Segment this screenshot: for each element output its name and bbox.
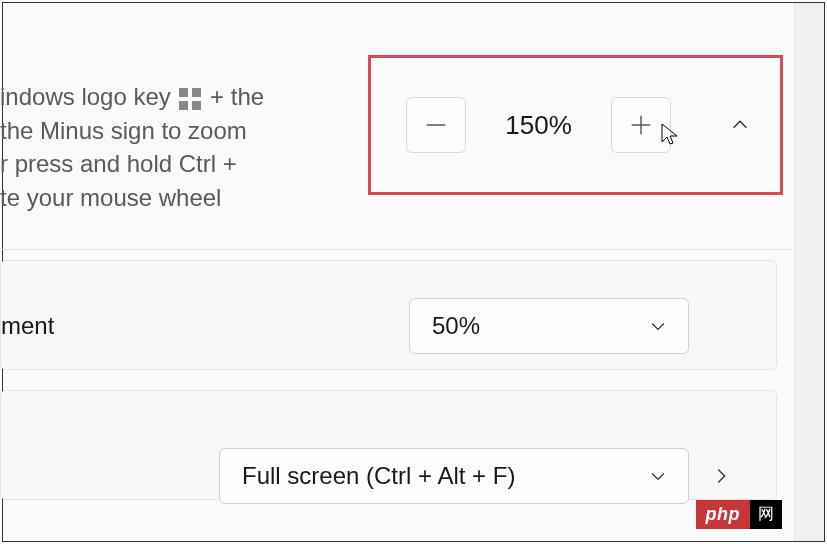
expand-button[interactable] <box>720 105 760 145</box>
zoom-controls-highlight: 150% <box>368 55 783 195</box>
increment-row: ment 50% <box>0 260 777 370</box>
chevron-up-icon <box>729 114 751 136</box>
windows-logo-icon <box>179 88 201 110</box>
fullscreen-row: Full screen (Ctrl + Alt + F) <box>0 390 777 500</box>
zoom-controls: 150% <box>406 97 671 153</box>
zoom-description: indows logo key + the the Minus sign to … <box>0 0 264 214</box>
fullscreen-dropdown[interactable]: Full screen (Ctrl + Alt + F) <box>219 448 689 504</box>
chevron-down-icon <box>648 466 668 486</box>
scrollbar[interactable] <box>794 3 824 541</box>
minus-icon <box>422 111 450 139</box>
increment-value: 50% <box>432 312 480 340</box>
watermark-suffix: 网 <box>750 500 782 529</box>
zoom-in-button[interactable] <box>611 97 671 153</box>
fullscreen-value: Full screen (Ctrl + Alt + F) <box>242 462 515 490</box>
desc-text-1: indows logo key <box>0 83 171 110</box>
zoom-level-row: indows logo key + the the Minus sign to … <box>0 0 792 250</box>
plus-icon <box>627 111 655 139</box>
desc-text-3: r press and hold Ctrl + <box>0 147 264 181</box>
increment-label: ment <box>1 312 54 340</box>
php-badge: php <box>696 500 751 529</box>
increment-dropdown[interactable]: 50% <box>409 298 689 354</box>
desc-text-1b: + the <box>210 83 264 110</box>
navigate-button[interactable] <box>701 456 741 496</box>
desc-text-2: the Minus sign to zoom <box>0 114 264 148</box>
desc-text-4: te your mouse wheel <box>0 181 264 215</box>
zoom-value: 150% <box>501 110 576 141</box>
watermark: php 网 <box>696 500 783 529</box>
zoom-out-button[interactable] <box>406 97 466 153</box>
chevron-down-icon <box>648 316 668 336</box>
chevron-right-icon <box>710 465 732 487</box>
